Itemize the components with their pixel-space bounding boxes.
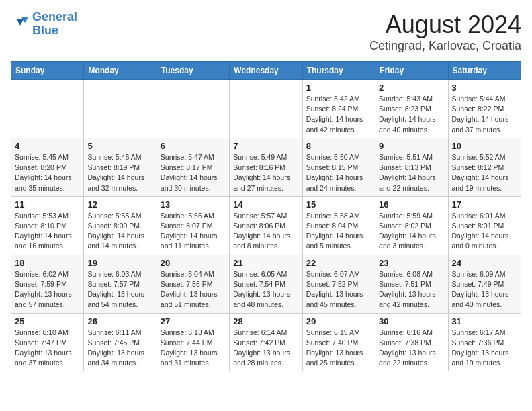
calendar-cell: 21Sunrise: 6:05 AM Sunset: 7:54 PM Dayli… (230, 255, 302, 313)
logo-text: General Blue (32, 11, 77, 38)
day-info: Sunrise: 5:49 AM Sunset: 8:16 PM Dayligh… (233, 152, 298, 193)
day-number: 22 (306, 258, 371, 268)
day-info: Sunrise: 6:14 AM Sunset: 7:42 PM Dayligh… (233, 328, 298, 369)
logo-icon (11, 15, 30, 34)
calendar-cell: 11Sunrise: 5:53 AM Sunset: 8:10 PM Dayli… (11, 196, 84, 255)
calendar-cell: 6Sunrise: 5:47 AM Sunset: 8:17 PM Daylig… (157, 138, 229, 196)
calendar-cell: 26Sunrise: 6:11 AM Sunset: 7:45 PM Dayli… (84, 313, 157, 371)
day-number: 2 (379, 83, 444, 93)
day-info: Sunrise: 6:03 AM Sunset: 7:57 PM Dayligh… (87, 269, 152, 310)
day-info: Sunrise: 5:59 AM Sunset: 8:02 PM Dayligh… (379, 211, 444, 252)
day-info: Sunrise: 5:45 AM Sunset: 8:20 PM Dayligh… (15, 152, 80, 193)
logo-line1: General (32, 10, 77, 24)
day-info: Sunrise: 5:47 AM Sunset: 8:17 PM Dayligh… (161, 152, 226, 193)
day-info: Sunrise: 6:09 AM Sunset: 7:49 PM Dayligh… (452, 269, 517, 310)
calendar-cell: 17Sunrise: 6:01 AM Sunset: 8:01 PM Dayli… (448, 196, 521, 255)
day-number: 20 (161, 258, 226, 268)
page-header: General Blue August 2024 Cetingrad, Karl… (11, 11, 521, 53)
day-number: 15 (306, 199, 371, 210)
calendar-header-cell: Saturday (448, 62, 521, 80)
day-number: 8 (306, 141, 371, 151)
calendar-cell: 8Sunrise: 5:50 AM Sunset: 8:15 PM Daylig… (302, 138, 375, 196)
day-number: 9 (379, 141, 444, 151)
calendar-header-cell: Tuesday (157, 62, 229, 80)
day-number: 5 (87, 141, 152, 151)
calendar-cell: 18Sunrise: 6:02 AM Sunset: 7:59 PM Dayli… (11, 255, 84, 313)
day-info: Sunrise: 5:43 AM Sunset: 8:23 PM Dayligh… (379, 94, 444, 135)
day-info: Sunrise: 5:44 AM Sunset: 8:22 PM Dayligh… (452, 94, 517, 135)
day-number: 10 (452, 141, 517, 151)
page-title: August 2024 (369, 11, 521, 39)
day-info: Sunrise: 5:51 AM Sunset: 8:13 PM Dayligh… (379, 152, 444, 193)
day-number: 6 (161, 141, 226, 151)
calendar-header-cell: Wednesday (230, 62, 302, 80)
day-number: 31 (452, 316, 517, 326)
calendar-cell: 16Sunrise: 5:59 AM Sunset: 8:02 PM Dayli… (375, 196, 448, 255)
day-number: 26 (87, 316, 152, 326)
day-info: Sunrise: 5:50 AM Sunset: 8:15 PM Dayligh… (306, 152, 371, 193)
day-info: Sunrise: 6:11 AM Sunset: 7:45 PM Dayligh… (87, 328, 152, 369)
calendar-cell: 27Sunrise: 6:13 AM Sunset: 7:44 PM Dayli… (157, 313, 229, 371)
day-number: 25 (15, 316, 80, 326)
calendar-cell: 2Sunrise: 5:43 AM Sunset: 8:23 PM Daylig… (375, 80, 448, 138)
day-number: 4 (15, 141, 80, 151)
day-info: Sunrise: 5:46 AM Sunset: 8:19 PM Dayligh… (87, 152, 152, 193)
day-info: Sunrise: 6:16 AM Sunset: 7:38 PM Dayligh… (379, 328, 444, 369)
day-info: Sunrise: 5:57 AM Sunset: 8:06 PM Dayligh… (233, 211, 298, 252)
calendar-cell: 20Sunrise: 6:04 AM Sunset: 7:56 PM Dayli… (157, 255, 229, 313)
day-number: 21 (233, 258, 298, 268)
calendar-cell (230, 80, 302, 138)
calendar-cell: 30Sunrise: 6:16 AM Sunset: 7:38 PM Dayli… (375, 313, 448, 371)
day-info: Sunrise: 5:55 AM Sunset: 8:09 PM Dayligh… (87, 211, 152, 252)
calendar-header-cell: Monday (84, 62, 157, 80)
day-number: 16 (379, 199, 444, 210)
calendar-cell: 9Sunrise: 5:51 AM Sunset: 8:13 PM Daylig… (375, 138, 448, 196)
calendar-cell: 23Sunrise: 6:08 AM Sunset: 7:51 PM Dayli… (375, 255, 448, 313)
day-number: 29 (306, 316, 371, 326)
calendar-cell: 25Sunrise: 6:10 AM Sunset: 7:47 PM Dayli… (11, 313, 84, 371)
day-number: 30 (379, 316, 444, 326)
calendar-header-row: SundayMondayTuesdayWednesdayThursdayFrid… (11, 62, 521, 80)
day-info: Sunrise: 6:05 AM Sunset: 7:54 PM Dayligh… (233, 269, 298, 310)
calendar-cell: 31Sunrise: 6:17 AM Sunset: 7:36 PM Dayli… (448, 313, 521, 371)
day-info: Sunrise: 5:53 AM Sunset: 8:10 PM Dayligh… (15, 211, 80, 252)
calendar-header-cell: Friday (375, 62, 448, 80)
calendar-cell (84, 80, 157, 138)
calendar-cell: 12Sunrise: 5:55 AM Sunset: 8:09 PM Dayli… (84, 196, 157, 255)
calendar-cell: 7Sunrise: 5:49 AM Sunset: 8:16 PM Daylig… (230, 138, 302, 196)
calendar-cell: 29Sunrise: 6:15 AM Sunset: 7:40 PM Dayli… (302, 313, 375, 371)
calendar-table: SundayMondayTuesdayWednesdayThursdayFrid… (11, 61, 521, 371)
calendar-cell (11, 80, 84, 138)
svg-marker-1 (17, 19, 24, 26)
calendar-header-cell: Sunday (11, 62, 84, 80)
day-number: 14 (233, 199, 298, 210)
day-number: 23 (379, 258, 444, 268)
day-number: 19 (87, 258, 152, 268)
logo: General Blue (11, 11, 77, 38)
calendar-week-row: 18Sunrise: 6:02 AM Sunset: 7:59 PM Dayli… (11, 255, 521, 313)
calendar-cell: 28Sunrise: 6:14 AM Sunset: 7:42 PM Dayli… (230, 313, 302, 371)
day-number: 7 (233, 141, 298, 151)
calendar-cell: 13Sunrise: 5:56 AM Sunset: 8:07 PM Dayli… (157, 196, 229, 255)
calendar-week-row: 4Sunrise: 5:45 AM Sunset: 8:20 PM Daylig… (11, 138, 521, 196)
day-info: Sunrise: 5:52 AM Sunset: 8:12 PM Dayligh… (452, 152, 517, 193)
day-number: 3 (452, 83, 517, 93)
day-info: Sunrise: 6:13 AM Sunset: 7:44 PM Dayligh… (161, 328, 226, 369)
day-info: Sunrise: 5:42 AM Sunset: 8:24 PM Dayligh… (306, 94, 371, 135)
calendar-cell: 4Sunrise: 5:45 AM Sunset: 8:20 PM Daylig… (11, 138, 84, 196)
page-subtitle: Cetingrad, Karlovac, Croatia (369, 39, 521, 53)
calendar-cell: 24Sunrise: 6:09 AM Sunset: 7:49 PM Dayli… (448, 255, 521, 313)
calendar-cell: 5Sunrise: 5:46 AM Sunset: 8:19 PM Daylig… (84, 138, 157, 196)
day-number: 28 (233, 316, 298, 326)
calendar-week-row: 25Sunrise: 6:10 AM Sunset: 7:47 PM Dayli… (11, 313, 521, 371)
day-info: Sunrise: 6:15 AM Sunset: 7:40 PM Dayligh… (306, 328, 371, 369)
calendar-cell: 22Sunrise: 6:07 AM Sunset: 7:52 PM Dayli… (302, 255, 375, 313)
logo-line2: Blue (32, 24, 58, 37)
calendar-cell: 10Sunrise: 5:52 AM Sunset: 8:12 PM Dayli… (448, 138, 521, 196)
day-number: 11 (15, 199, 80, 210)
calendar-week-row: 1Sunrise: 5:42 AM Sunset: 8:24 PM Daylig… (11, 80, 521, 138)
calendar-cell: 3Sunrise: 5:44 AM Sunset: 8:22 PM Daylig… (448, 80, 521, 138)
day-info: Sunrise: 5:58 AM Sunset: 8:04 PM Dayligh… (306, 211, 371, 252)
calendar-cell: 19Sunrise: 6:03 AM Sunset: 7:57 PM Dayli… (84, 255, 157, 313)
day-number: 27 (161, 316, 226, 326)
